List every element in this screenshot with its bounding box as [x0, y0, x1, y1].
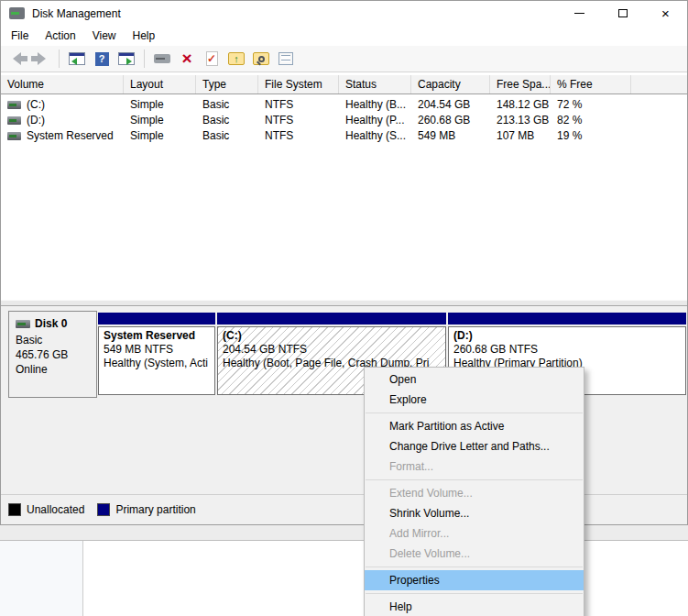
partition-name: (D:) [453, 329, 681, 343]
menu-separator [366, 593, 583, 594]
menu-item-extend-volume: Extend Volume... [365, 483, 584, 503]
minimize-button[interactable] [558, 1, 601, 26]
background-window [0, 541, 688, 616]
volume-icon [7, 101, 21, 109]
volume-name: (C:) [27, 98, 45, 111]
menu-item-mark-partition-active[interactable]: Mark Partition as Active [365, 416, 584, 436]
disk-name: Disk 0 [35, 316, 67, 331]
explore-folder-icon [253, 52, 269, 65]
partition-size: 260.68 GB NTFS [453, 343, 681, 357]
cell-capacity: 549 MB [411, 129, 490, 142]
cell-status: Healthy (P... [339, 114, 411, 126]
volume-icon [7, 132, 21, 140]
table-row-d[interactable]: (D:) Simple Basic NTFS Healthy (P... 260… [1, 112, 687, 127]
toolbar-separator [144, 50, 145, 68]
col-file-system[interactable]: File System [258, 75, 339, 94]
col-layout[interactable]: Layout [124, 75, 196, 94]
menu-view[interactable]: View [84, 27, 125, 45]
legend-label-primary: Primary partition [115, 503, 195, 516]
partition-context-menu: Open Explore Mark Partition as Active Ch… [364, 367, 584, 616]
col-volume[interactable]: Volume [1, 75, 124, 94]
menu-separator [366, 412, 583, 413]
cell-pct: 19 % [551, 129, 631, 142]
properties-button[interactable] [277, 50, 295, 67]
menu-help[interactable]: Help [125, 27, 164, 45]
folder-up-button[interactable]: ↑ [227, 50, 246, 67]
close-icon: × [661, 9, 670, 18]
volume-rows: (C:) Simple Basic NTFS Healthy (B... 204… [1, 94, 687, 143]
maximize-button[interactable] [601, 1, 644, 26]
menu-item-explore[interactable]: Explore [365, 390, 584, 410]
menu-item-add-mirror: Add Mirror... [365, 523, 584, 544]
menu-item-help[interactable]: Help [365, 597, 584, 616]
menu-separator [366, 566, 583, 567]
col-capacity[interactable]: Capacity [411, 75, 490, 94]
pane-splitter[interactable] [1, 300, 687, 306]
cell-layout: Simple [124, 98, 196, 111]
cell-type: Basic [196, 114, 258, 126]
volume-name: (D:) [27, 114, 45, 126]
action-pane-button[interactable] [117, 50, 136, 67]
cell-pct: 72 % [551, 98, 631, 111]
cell-layout: Simple [124, 129, 196, 142]
window-title: Disk Management [32, 7, 121, 20]
volume-list-pane: Volume Layout Type File System Status Ca… [1, 72, 687, 300]
col-status[interactable]: Status [339, 75, 411, 94]
help-icon: ? [95, 52, 109, 66]
col-free-space[interactable]: Free Spa... [490, 75, 551, 94]
titlebar[interactable]: Disk Management × [1, 1, 687, 26]
cell-type: Basic [196, 129, 258, 142]
cell-capacity: 260.68 GB [411, 114, 490, 126]
properties-list-icon [278, 52, 293, 65]
col-filler [631, 75, 687, 94]
disk-icon [16, 320, 30, 328]
menu-action[interactable]: Action [37, 27, 83, 45]
menu-item-shrink-volume[interactable]: Shrink Volume... [365, 503, 584, 523]
minimize-icon [574, 13, 584, 14]
menu-file[interactable]: File [3, 27, 37, 45]
cell-type: Basic [196, 98, 258, 111]
console-tree-button[interactable] [68, 50, 86, 67]
partition-name: System Reserved [104, 329, 210, 343]
partition-color-bar [217, 313, 446, 324]
table-row-c[interactable]: (C:) Simple Basic NTFS Healthy (B... 204… [1, 96, 687, 112]
cell-free: 107 MB [490, 129, 551, 142]
menu-item-format: Format... [365, 456, 584, 477]
help-button[interactable]: ? [93, 50, 111, 67]
explore-button[interactable] [252, 50, 270, 67]
col-type[interactable]: Type [196, 75, 258, 94]
menu-item-properties[interactable]: Properties [365, 570, 584, 590]
disk-management-window: Disk Management × File Action View Help … [0, 0, 688, 525]
partition-color-bar [98, 313, 215, 324]
window-controls: × [558, 1, 687, 26]
menu-item-change-drive-letter[interactable]: Change Drive Letter and Paths... [365, 436, 584, 456]
table-row-system-reserved[interactable]: System Reserved Simple Basic NTFS Health… [1, 127, 687, 143]
delete-volume-icon: × [181, 51, 191, 66]
cell-fs: NTFS [258, 98, 339, 111]
menubar: File Action View Help [1, 26, 687, 46]
partition-size: 204.54 GB NTFS [223, 343, 441, 357]
cell-layout: Simple [124, 114, 196, 126]
forward-button[interactable] [32, 50, 50, 67]
cell-status: Healthy (S... [339, 129, 411, 142]
disk-status: Online [16, 362, 96, 377]
disk0-header[interactable]: Disk 0 Basic 465.76 GB Online [8, 311, 97, 398]
delete-volume-button[interactable]: × [178, 50, 196, 67]
cell-pct: 82 % [551, 114, 631, 126]
partition-name: (C:) [223, 329, 441, 343]
partition-system-reserved[interactable]: System Reserved 549 MB NTFS Healthy (Sys… [98, 313, 215, 404]
back-button[interactable] [7, 50, 26, 67]
back-icon [13, 52, 21, 65]
col-pct-free[interactable]: % Free [551, 75, 631, 94]
mark-active-button[interactable]: ✓ [202, 50, 221, 67]
partition-color-bar [448, 313, 686, 324]
unallocated-swatch [8, 503, 21, 516]
close-button[interactable]: × [644, 1, 687, 26]
legend-label-unallocated: Unallocated [27, 503, 84, 516]
action-pane-icon [118, 52, 135, 65]
drive-tool-button[interactable] [153, 50, 171, 67]
menu-item-delete-volume: Delete Volume... [365, 544, 584, 564]
menu-item-open[interactable]: Open [365, 369, 584, 390]
cell-free: 213.13 GB [490, 114, 551, 126]
volume-name: System Reserved [27, 129, 114, 142]
